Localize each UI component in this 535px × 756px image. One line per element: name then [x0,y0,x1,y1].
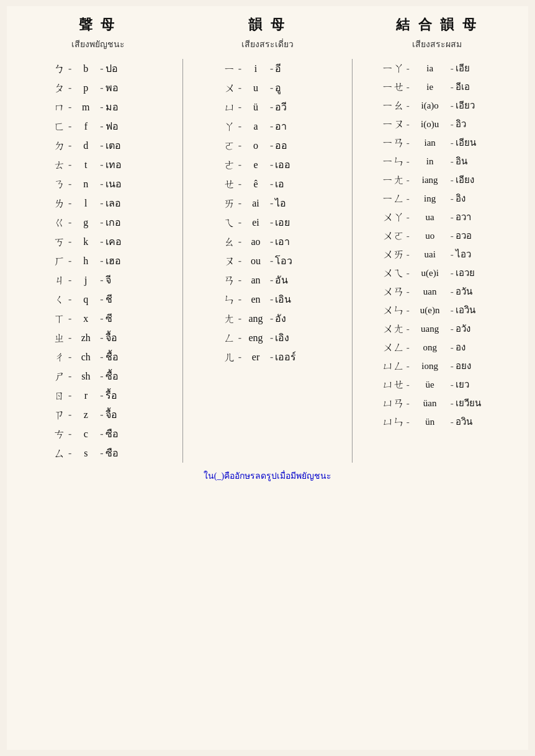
latin-label: zh [73,332,98,344]
table-row: ㄢ - an - อัน [186,270,349,290]
page: 聲 母 韻 母 結 合 韻 母 เสียงพยัญชนะ เสียงสระเดี… [7,6,528,750]
zhuyin-char: ㄥ [223,331,236,345]
latin-label: ao [243,236,268,247]
thai-label: เกอ [106,215,143,230]
thai-label: เลอ [106,195,143,211]
table-row: ㄣ - en - เอิน [186,290,349,309]
latin-label: iang [411,175,449,185]
zhuyin-char: ㄗ [53,407,66,422]
thai-label: ปอ [106,61,143,76]
zhuyin-char: ㄨㄣ [382,303,405,318]
latin-label: an [243,275,268,286]
latin-label: er [243,352,268,363]
table-row: ㄎ - k - เคอ [16,232,179,251]
table-row: ㄧㄤ - iang - เอียง [356,171,519,189]
header: 聲 母 韻 母 結 合 韻 母 [13,16,522,34]
latin-label: ü [243,102,268,113]
table-row: ㄅ - b - ปอ [16,59,179,78]
table-row: ㄜ - e - เออ [186,155,349,174]
thai-label: ฟอ [106,118,143,134]
zhuyin-char: ㄎ [53,234,66,249]
table-row: ㄌ - l - เลอ [16,193,179,213]
zhuyin-char: ㄜ [223,158,236,172]
table-row: ㄧㄝ - ie - อีเอ [356,78,519,96]
table-row: ㄑ - q - ชี [16,290,179,309]
latin-label: x [73,313,98,324]
table-row: ㄝ - ê - เอ [186,174,349,193]
latin-label: c [73,429,98,440]
latin-label: üe [411,380,449,390]
table-row: ㄨㄢ - uan - อวัน [356,282,519,301]
zhuyin-char: ㄑ [53,292,66,307]
zhuyin-char: ㄩㄣ [382,414,405,429]
table-row: ㄊ - t - เทอ [16,155,179,174]
table-row: ㄩㄣ - ün - อวิน [356,412,519,431]
latin-label: ch [73,352,98,363]
thai-label: ซือ [106,445,143,461]
thai-label: เออ [275,157,312,172]
table-row: ㄨ - u - อู [186,78,349,97]
table-row: ㄟ - ei - เอย [186,213,349,232]
table-row: ㄨㄣ - u(e)n - เอวิน [356,301,519,319]
thai-label: อีเอ [456,79,493,94]
table-row: ㄩ - ü - อวี [186,97,349,117]
latin-label: ong [411,342,449,353]
thai-label: อวอ [456,228,493,243]
zhuyin-char: ㄧㄥ [382,191,405,206]
latin-label: uan [411,287,449,297]
zhuyin-char: ㄣ [223,292,236,307]
thai-label: อวัน [456,284,493,299]
zhuyin-char: ㄔ [53,350,66,365]
thai-label: อง [456,340,493,355]
table-row: ㄧ - i - อี [186,59,349,78]
thai-label: อิน [456,154,493,169]
thai-label: พอ [106,80,143,96]
thai-label: อวัง [456,321,493,336]
latin-label: j [73,275,98,286]
table-row: ㄐ - j - จี [16,270,179,290]
latin-label: ou [243,256,268,267]
thai-label: เออร์ [275,349,312,365]
latin-label: f [73,121,98,132]
table-row: ㄘ - c - ซือ [16,424,179,443]
thai-label: ซือ [106,426,143,442]
table-row: ㄔ - ch - ชื้อ [16,347,179,367]
table-row: ㄉ - d - เตอ [16,136,179,155]
latin-label: h [73,256,98,267]
thai-label: ไอ [275,195,312,211]
latin-label: uang [411,324,449,334]
table-row: ㄩㄝ - üe - เยว [356,375,519,394]
zhuyin-char: ㄚ [223,119,236,134]
thai-label: โอว [275,253,312,269]
table-row: ㄈ - f - ฟอ [16,117,179,136]
zhuyin-char: ㄡ [223,254,236,269]
latin-label: g [73,217,98,228]
thai-label: เอีย [456,61,493,76]
latin-label: ang [243,313,268,324]
latin-label: ie [411,82,449,92]
thai-label: เอียง [456,172,493,187]
zhuyin-char: ㄩㄥ [382,358,405,373]
thai-label: เอียว [456,98,493,113]
table-row: ㄨㄤ - uang - อวัง [356,319,519,338]
yunmu-column: ㄧ - i - อีㄨ - u - อูㄩ - ü - อวีㄚ - a - อ… [183,59,353,463]
footer-note: ใน(_)คืออักษรลดรูปเมื่อมีพยัญชนะ [13,469,522,483]
zhuyin-char: ㄧ [223,61,236,76]
col1-header: 聲 母 [13,16,182,34]
table-row: ㄧㄚ - ia - เอีย [356,59,519,78]
thai-label: เคอ [106,234,143,249]
latin-label: ê [243,179,268,190]
zhuyin-char: ㄨ [223,81,236,96]
table-row: ㄨㄥ - ong - อง [356,338,519,357]
latin-label: i(a)o [411,100,449,111]
col3-sub: เสียงสระผสม [353,37,522,51]
zhuyin-char: ㄘ [53,427,66,442]
latin-label: k [73,236,98,247]
latin-label: e [243,159,268,171]
thai-label: เอย [275,215,312,230]
latin-label: r [73,390,98,401]
thai-label: ชี [106,291,143,307]
latin-label: z [73,409,98,420]
thai-label: เตอ [106,138,143,153]
zhuyin-char: ㄠ [223,234,236,249]
